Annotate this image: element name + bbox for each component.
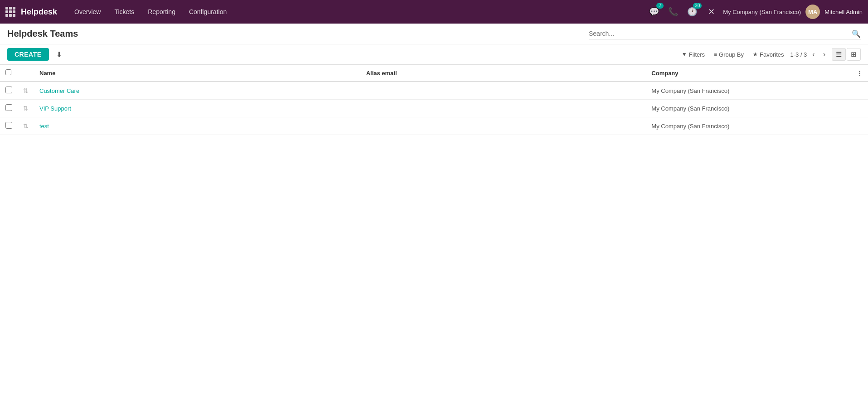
col-alias-header[interactable]: Alias email <box>361 65 646 82</box>
filters-btn[interactable]: ▼ Filters <box>679 50 708 59</box>
search-icon[interactable]: 🔍 <box>852 29 861 38</box>
table-row: ⇅ VIP Support My Company (San Francisco) <box>0 100 868 117</box>
phone-icon-btn[interactable]: 📞 <box>666 5 680 19</box>
nav-tickets[interactable]: Tickets <box>108 5 141 18</box>
group-by-btn[interactable]: ≡ Group By <box>711 50 747 59</box>
next-page-btn[interactable]: › <box>820 49 828 59</box>
row-extra-1 <box>851 100 868 117</box>
download-button[interactable]: ⬇ <box>53 48 66 61</box>
row-checkbox-2[interactable] <box>5 122 12 129</box>
more-columns-icon[interactable]: ⋮ <box>857 70 863 77</box>
table-header-row: Name Alias email Company ⋮ <box>0 65 868 82</box>
data-table: Name Alias email Company ⋮ ⇅ Customer Ca… <box>0 65 868 135</box>
drag-handle-icon[interactable]: ⇅ <box>23 87 29 94</box>
drag-handle-icon[interactable]: ⇅ <box>23 122 29 130</box>
row-checkbox-0[interactable] <box>5 87 12 93</box>
row-name-2[interactable]: test <box>34 117 361 135</box>
row-extra-0 <box>851 82 868 100</box>
nav-configuration[interactable]: Configuration <box>183 5 233 18</box>
row-drag-handle-cell[interactable]: ⇅ <box>18 117 34 135</box>
favorites-icon: ★ <box>753 51 758 58</box>
row-name-1[interactable]: VIP Support <box>34 100 361 117</box>
create-button[interactable]: CREATE <box>7 48 49 61</box>
apps-menu-icon[interactable] <box>5 7 15 17</box>
row-company-0: My Company (San Francisco) <box>646 82 851 100</box>
row-alias-0 <box>361 82 646 100</box>
navbar: Helpdesk Overview Tickets Reporting Conf… <box>0 0 868 24</box>
drag-handle-icon[interactable]: ⇅ <box>23 105 29 112</box>
action-bar: CREATE ⬇ ▼ Filters ≡ Group By ★ Favorite… <box>0 44 868 65</box>
username-label: Mitchell Admin <box>824 9 863 15</box>
row-drag-handle-cell[interactable]: ⇅ <box>18 100 34 117</box>
list-view-btn[interactable]: ☰ <box>832 48 846 61</box>
navbar-right: 💬 7 📞 🕐 30 ✕ My Company (San Francisco) … <box>647 5 863 19</box>
pagination: 1-3 / 3 ‹ › <box>790 49 828 59</box>
prev-page-btn[interactable]: ‹ <box>810 49 817 59</box>
row-drag-handle-cell[interactable]: ⇅ <box>18 82 34 100</box>
download-icon: ⬇ <box>56 51 62 58</box>
nav-reporting[interactable]: Reporting <box>141 5 182 18</box>
app-brand[interactable]: Helpdesk <box>21 7 57 17</box>
pagination-label: 1-3 / 3 <box>790 51 807 58</box>
col-name-header[interactable]: Name <box>34 65 361 82</box>
row-alias-1 <box>361 100 646 117</box>
group-by-icon: ≡ <box>714 51 717 58</box>
select-all-header[interactable] <box>0 65 18 82</box>
row-company-1: My Company (San Francisco) <box>646 100 851 117</box>
filter-icon: ▼ <box>682 51 687 58</box>
nav-overview[interactable]: Overview <box>68 5 107 18</box>
clock-icon-btn[interactable]: 🕐 30 <box>685 5 699 19</box>
row-extra-2 <box>851 117 868 135</box>
row-checkbox-1[interactable] <box>5 104 12 111</box>
favorites-btn[interactable]: ★ Favorites <box>750 50 786 59</box>
page-content: Helpdesk Teams 🔍 CREATE ⬇ ▼ Filters ≡ Gr… <box>0 24 868 420</box>
row-checkbox-cell[interactable] <box>0 82 18 100</box>
chat-badge: 7 <box>656 3 664 9</box>
search-input[interactable] <box>589 28 852 39</box>
select-all-checkbox[interactable] <box>5 69 11 75</box>
table-row: ⇅ Customer Care My Company (San Francisc… <box>0 82 868 100</box>
close-icon: ✕ <box>708 7 715 17</box>
kanban-view-btn[interactable]: ⊞ <box>847 48 861 61</box>
chat-icon-btn[interactable]: 💬 7 <box>647 5 661 19</box>
phone-icon: 📞 <box>668 7 678 17</box>
nav-menu: Overview Tickets Reporting Configuration <box>68 5 645 18</box>
col-company-header[interactable]: Company <box>646 65 851 82</box>
row-alias-2 <box>361 117 646 135</box>
avatar[interactable]: MA <box>805 5 820 19</box>
row-name-0[interactable]: Customer Care <box>34 82 361 100</box>
row-checkbox-cell[interactable] <box>0 100 18 117</box>
page-title: Helpdesk Teams <box>7 29 78 39</box>
drag-col-header <box>18 65 34 82</box>
close-icon-btn[interactable]: ✕ <box>704 5 718 19</box>
view-toggle: ☰ ⊞ <box>832 48 861 61</box>
col-extra-header[interactable]: ⋮ <box>851 65 868 82</box>
row-checkbox-cell[interactable] <box>0 117 18 135</box>
row-company-2: My Company (San Francisco) <box>646 117 851 135</box>
table-row: ⇅ test My Company (San Francisco) <box>0 117 868 135</box>
company-label: My Company (San Francisco) <box>723 9 801 15</box>
clock-badge: 30 <box>693 3 702 9</box>
